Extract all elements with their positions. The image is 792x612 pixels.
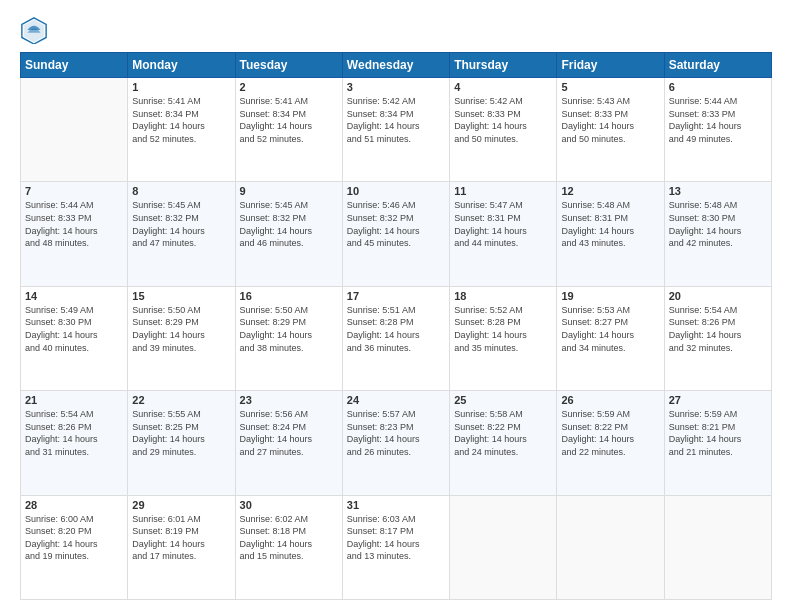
calendar-cell: 2Sunrise: 5:41 AM Sunset: 8:34 PM Daylig… xyxy=(235,78,342,182)
calendar-cell: 15Sunrise: 5:50 AM Sunset: 8:29 PM Dayli… xyxy=(128,286,235,390)
calendar-header-saturday: Saturday xyxy=(664,53,771,78)
calendar-week-row: 7Sunrise: 5:44 AM Sunset: 8:33 PM Daylig… xyxy=(21,182,772,286)
calendar-cell: 6Sunrise: 5:44 AM Sunset: 8:33 PM Daylig… xyxy=(664,78,771,182)
calendar-cell: 31Sunrise: 6:03 AM Sunset: 8:17 PM Dayli… xyxy=(342,495,449,599)
calendar-cell xyxy=(21,78,128,182)
day-number: 15 xyxy=(132,290,230,302)
day-info: Sunrise: 5:42 AM Sunset: 8:33 PM Dayligh… xyxy=(454,95,552,145)
day-number: 20 xyxy=(669,290,767,302)
day-info: Sunrise: 5:59 AM Sunset: 8:21 PM Dayligh… xyxy=(669,408,767,458)
day-number: 28 xyxy=(25,499,123,511)
day-info: Sunrise: 5:45 AM Sunset: 8:32 PM Dayligh… xyxy=(240,199,338,249)
header xyxy=(20,16,772,44)
day-number: 1 xyxy=(132,81,230,93)
day-number: 27 xyxy=(669,394,767,406)
calendar-cell: 7Sunrise: 5:44 AM Sunset: 8:33 PM Daylig… xyxy=(21,182,128,286)
calendar-cell: 30Sunrise: 6:02 AM Sunset: 8:18 PM Dayli… xyxy=(235,495,342,599)
calendar-header-wednesday: Wednesday xyxy=(342,53,449,78)
calendar-header-thursday: Thursday xyxy=(450,53,557,78)
calendar-cell: 26Sunrise: 5:59 AM Sunset: 8:22 PM Dayli… xyxy=(557,391,664,495)
day-number: 2 xyxy=(240,81,338,93)
day-number: 7 xyxy=(25,185,123,197)
day-number: 17 xyxy=(347,290,445,302)
calendar-cell: 27Sunrise: 5:59 AM Sunset: 8:21 PM Dayli… xyxy=(664,391,771,495)
page: SundayMondayTuesdayWednesdayThursdayFrid… xyxy=(0,0,792,612)
day-number: 10 xyxy=(347,185,445,197)
day-number: 18 xyxy=(454,290,552,302)
calendar-table: SundayMondayTuesdayWednesdayThursdayFrid… xyxy=(20,52,772,600)
day-number: 4 xyxy=(454,81,552,93)
logo-icon xyxy=(20,16,48,44)
day-number: 13 xyxy=(669,185,767,197)
day-info: Sunrise: 5:46 AM Sunset: 8:32 PM Dayligh… xyxy=(347,199,445,249)
day-info: Sunrise: 5:41 AM Sunset: 8:34 PM Dayligh… xyxy=(132,95,230,145)
calendar-week-row: 14Sunrise: 5:49 AM Sunset: 8:30 PM Dayli… xyxy=(21,286,772,390)
day-info: Sunrise: 5:50 AM Sunset: 8:29 PM Dayligh… xyxy=(240,304,338,354)
day-number: 25 xyxy=(454,394,552,406)
day-info: Sunrise: 5:48 AM Sunset: 8:30 PM Dayligh… xyxy=(669,199,767,249)
calendar-cell: 28Sunrise: 6:00 AM Sunset: 8:20 PM Dayli… xyxy=(21,495,128,599)
calendar-week-row: 21Sunrise: 5:54 AM Sunset: 8:26 PM Dayli… xyxy=(21,391,772,495)
calendar-header-row: SundayMondayTuesdayWednesdayThursdayFrid… xyxy=(21,53,772,78)
calendar-cell: 11Sunrise: 5:47 AM Sunset: 8:31 PM Dayli… xyxy=(450,182,557,286)
calendar-cell: 19Sunrise: 5:53 AM Sunset: 8:27 PM Dayli… xyxy=(557,286,664,390)
calendar-header-friday: Friday xyxy=(557,53,664,78)
calendar-cell: 9Sunrise: 5:45 AM Sunset: 8:32 PM Daylig… xyxy=(235,182,342,286)
day-number: 19 xyxy=(561,290,659,302)
calendar-week-row: 28Sunrise: 6:00 AM Sunset: 8:20 PM Dayli… xyxy=(21,495,772,599)
day-number: 14 xyxy=(25,290,123,302)
day-info: Sunrise: 5:53 AM Sunset: 8:27 PM Dayligh… xyxy=(561,304,659,354)
day-info: Sunrise: 5:54 AM Sunset: 8:26 PM Dayligh… xyxy=(669,304,767,354)
day-info: Sunrise: 6:00 AM Sunset: 8:20 PM Dayligh… xyxy=(25,513,123,563)
day-number: 24 xyxy=(347,394,445,406)
calendar-header-sunday: Sunday xyxy=(21,53,128,78)
day-number: 31 xyxy=(347,499,445,511)
calendar-header-tuesday: Tuesday xyxy=(235,53,342,78)
calendar-cell: 13Sunrise: 5:48 AM Sunset: 8:30 PM Dayli… xyxy=(664,182,771,286)
day-info: Sunrise: 5:57 AM Sunset: 8:23 PM Dayligh… xyxy=(347,408,445,458)
day-number: 8 xyxy=(132,185,230,197)
day-info: Sunrise: 5:52 AM Sunset: 8:28 PM Dayligh… xyxy=(454,304,552,354)
day-number: 6 xyxy=(669,81,767,93)
day-info: Sunrise: 6:03 AM Sunset: 8:17 PM Dayligh… xyxy=(347,513,445,563)
calendar-cell: 21Sunrise: 5:54 AM Sunset: 8:26 PM Dayli… xyxy=(21,391,128,495)
calendar-cell xyxy=(450,495,557,599)
day-info: Sunrise: 5:44 AM Sunset: 8:33 PM Dayligh… xyxy=(669,95,767,145)
day-info: Sunrise: 6:02 AM Sunset: 8:18 PM Dayligh… xyxy=(240,513,338,563)
day-number: 5 xyxy=(561,81,659,93)
day-info: Sunrise: 5:42 AM Sunset: 8:34 PM Dayligh… xyxy=(347,95,445,145)
day-number: 11 xyxy=(454,185,552,197)
calendar-cell: 23Sunrise: 5:56 AM Sunset: 8:24 PM Dayli… xyxy=(235,391,342,495)
day-info: Sunrise: 5:45 AM Sunset: 8:32 PM Dayligh… xyxy=(132,199,230,249)
calendar-cell: 3Sunrise: 5:42 AM Sunset: 8:34 PM Daylig… xyxy=(342,78,449,182)
calendar-cell: 5Sunrise: 5:43 AM Sunset: 8:33 PM Daylig… xyxy=(557,78,664,182)
logo xyxy=(20,16,52,44)
day-number: 29 xyxy=(132,499,230,511)
calendar-cell: 14Sunrise: 5:49 AM Sunset: 8:30 PM Dayli… xyxy=(21,286,128,390)
day-info: Sunrise: 5:51 AM Sunset: 8:28 PM Dayligh… xyxy=(347,304,445,354)
calendar-cell xyxy=(664,495,771,599)
calendar-cell: 4Sunrise: 5:42 AM Sunset: 8:33 PM Daylig… xyxy=(450,78,557,182)
day-info: Sunrise: 5:56 AM Sunset: 8:24 PM Dayligh… xyxy=(240,408,338,458)
day-info: Sunrise: 6:01 AM Sunset: 8:19 PM Dayligh… xyxy=(132,513,230,563)
day-info: Sunrise: 5:49 AM Sunset: 8:30 PM Dayligh… xyxy=(25,304,123,354)
calendar-cell: 18Sunrise: 5:52 AM Sunset: 8:28 PM Dayli… xyxy=(450,286,557,390)
day-info: Sunrise: 5:44 AM Sunset: 8:33 PM Dayligh… xyxy=(25,199,123,249)
day-info: Sunrise: 5:54 AM Sunset: 8:26 PM Dayligh… xyxy=(25,408,123,458)
day-info: Sunrise: 5:59 AM Sunset: 8:22 PM Dayligh… xyxy=(561,408,659,458)
day-info: Sunrise: 5:41 AM Sunset: 8:34 PM Dayligh… xyxy=(240,95,338,145)
day-info: Sunrise: 5:58 AM Sunset: 8:22 PM Dayligh… xyxy=(454,408,552,458)
day-number: 3 xyxy=(347,81,445,93)
calendar-cell: 10Sunrise: 5:46 AM Sunset: 8:32 PM Dayli… xyxy=(342,182,449,286)
calendar-cell: 29Sunrise: 6:01 AM Sunset: 8:19 PM Dayli… xyxy=(128,495,235,599)
day-number: 21 xyxy=(25,394,123,406)
day-info: Sunrise: 5:48 AM Sunset: 8:31 PM Dayligh… xyxy=(561,199,659,249)
day-number: 16 xyxy=(240,290,338,302)
calendar-cell: 12Sunrise: 5:48 AM Sunset: 8:31 PM Dayli… xyxy=(557,182,664,286)
calendar-cell: 8Sunrise: 5:45 AM Sunset: 8:32 PM Daylig… xyxy=(128,182,235,286)
day-number: 23 xyxy=(240,394,338,406)
day-info: Sunrise: 5:47 AM Sunset: 8:31 PM Dayligh… xyxy=(454,199,552,249)
day-info: Sunrise: 5:55 AM Sunset: 8:25 PM Dayligh… xyxy=(132,408,230,458)
calendar-cell xyxy=(557,495,664,599)
day-number: 26 xyxy=(561,394,659,406)
